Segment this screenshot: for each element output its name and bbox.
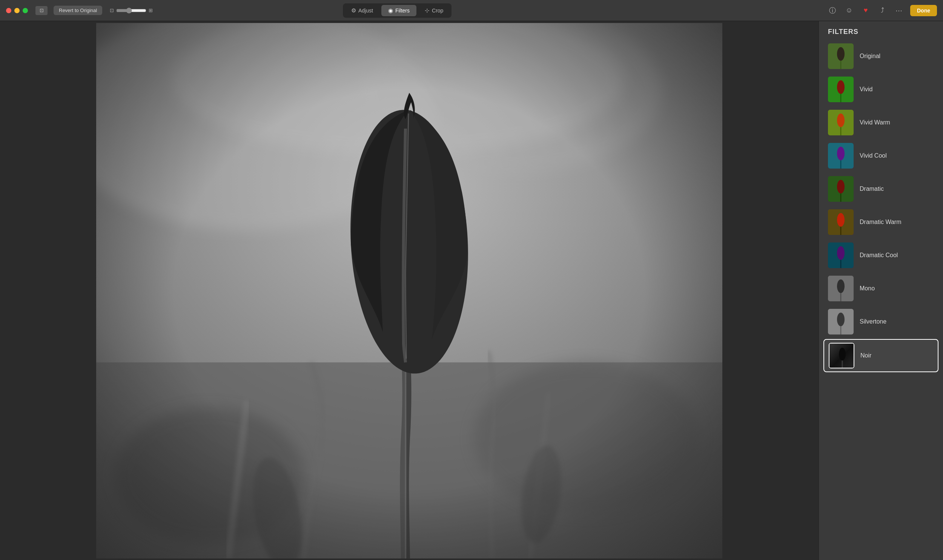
filter-name-original: Original [860, 53, 880, 60]
emoji-icon[interactable]: ☺ [844, 5, 854, 16]
filter-vivid-cool[interactable]: Vivid Cool [823, 140, 938, 172]
filter-silvertone[interactable]: Silvertone [823, 306, 938, 337]
titlebar: ⊡ Revert to Original ⊡ ⊞ ⚙ Adjust ◉ Filt… [0, 0, 943, 21]
filter-vivid-warm[interactable]: Vivid Warm [823, 107, 938, 138]
filter-thumb-dramatic [828, 176, 854, 202]
filter-thumb-dramatic-warm [828, 209, 854, 235]
thumb-svg-dramatic-warm [828, 209, 854, 235]
thumb-svg-vivid [828, 77, 854, 102]
filter-thumb-vivid [828, 77, 854, 102]
zoom-control: ⊡ ⊞ [110, 8, 153, 14]
filter-mono[interactable]: Mono [823, 273, 938, 304]
adjust-icon: ⚙ [351, 7, 356, 14]
main-content: FILTERS Original [0, 21, 943, 560]
svg-point-17 [837, 80, 845, 94]
thumb-svg-vivid-cool [828, 143, 854, 169]
sidebar: FILTERS Original [818, 21, 943, 560]
filter-thumb-vivid-warm [828, 110, 854, 135]
more-icon[interactable]: ⋯ [894, 5, 904, 16]
traffic-lights [6, 8, 28, 13]
tab-adjust[interactable]: ⚙ Adjust [345, 5, 380, 16]
thumb-svg-vivid-warm [828, 110, 854, 135]
close-button[interactable] [6, 8, 11, 13]
tulip-image [96, 23, 722, 558]
filter-name-noir: Noir [860, 352, 871, 359]
thumb-svg-mono [828, 276, 854, 301]
filter-name-vivid-warm: Vivid Warm [860, 119, 890, 126]
filter-thumb-silvertone [828, 309, 854, 334]
info-icon[interactable]: ⓘ [827, 5, 838, 16]
filter-thumb-original [828, 43, 854, 69]
photo-area [0, 21, 818, 560]
filter-original[interactable]: Original [823, 40, 938, 72]
filters-icon: ◉ [388, 7, 393, 14]
svg-point-26 [837, 180, 845, 194]
done-button[interactable]: Done [910, 5, 937, 16]
tab-crop[interactable]: ⊹ Crop [418, 5, 450, 16]
filter-name-vivid: Vivid [860, 86, 872, 93]
thumb-svg-original [828, 43, 854, 69]
window-controls: ⊡ [35, 6, 48, 15]
filter-dramatic-cool[interactable]: Dramatic Cool [823, 240, 938, 271]
svg-point-35 [837, 280, 845, 293]
heart-icon[interactable]: ♥ [860, 5, 871, 16]
filter-thumb-vivid-cool [828, 143, 854, 169]
svg-point-42 [839, 348, 846, 360]
svg-rect-12 [96, 23, 722, 558]
filter-vivid[interactable]: Vivid [823, 74, 938, 105]
zoom-slider[interactable] [116, 8, 146, 14]
svg-point-38 [837, 312, 845, 326]
svg-point-32 [837, 246, 845, 260]
filter-list: Original Vivid [819, 40, 943, 380]
filter-dramatic-warm[interactable]: Dramatic Warm [823, 206, 938, 238]
filter-dramatic[interactable]: Dramatic [823, 173, 938, 205]
crop-icon: ⊹ [425, 7, 430, 14]
photo-canvas [96, 23, 722, 558]
toolbar-tabs: ⚙ Adjust ◉ Filters ⊹ Crop [343, 3, 452, 18]
filter-name-vivid-cool: Vivid Cool [860, 152, 887, 159]
filter-name-mono: Mono [860, 285, 875, 292]
filter-name-dramatic: Dramatic [860, 186, 884, 192]
tab-filters[interactable]: ◉ Filters [382, 5, 417, 16]
zoom-out-icon: ⊡ [110, 8, 114, 13]
thumb-svg-silvertone [828, 309, 854, 334]
svg-point-23 [837, 147, 845, 160]
filters-header: FILTERS [819, 21, 943, 40]
filter-thumb-dramatic-cool [828, 243, 854, 268]
thumb-svg-noir [829, 343, 854, 368]
thumb-svg-dramatic [828, 176, 854, 202]
filter-thumb-mono [828, 276, 854, 301]
svg-point-14 [837, 47, 845, 61]
svg-point-29 [837, 213, 845, 227]
zoom-expand-icon: ⊞ [149, 8, 153, 13]
filter-name-dramatic-warm: Dramatic Warm [860, 219, 901, 226]
filter-name-dramatic-cool: Dramatic Cool [860, 252, 898, 259]
revert-button[interactable]: Revert to Original [54, 6, 102, 15]
filter-noir[interactable]: Noir [823, 339, 938, 372]
svg-point-20 [837, 114, 845, 127]
filter-thumb-noir [829, 343, 854, 368]
fit-window-button[interactable]: ⊡ [35, 6, 48, 15]
filter-name-silvertone: Silvertone [860, 318, 886, 325]
fit-window-icon: ⊡ [40, 8, 44, 13]
minimize-button[interactable] [14, 8, 20, 13]
thumb-svg-dramatic-cool [828, 243, 854, 268]
right-tools: ⓘ ☺ ♥ ⤴ ⋯ Done [827, 5, 937, 16]
share-icon[interactable]: ⤴ [877, 5, 888, 16]
maximize-button[interactable] [23, 8, 28, 13]
